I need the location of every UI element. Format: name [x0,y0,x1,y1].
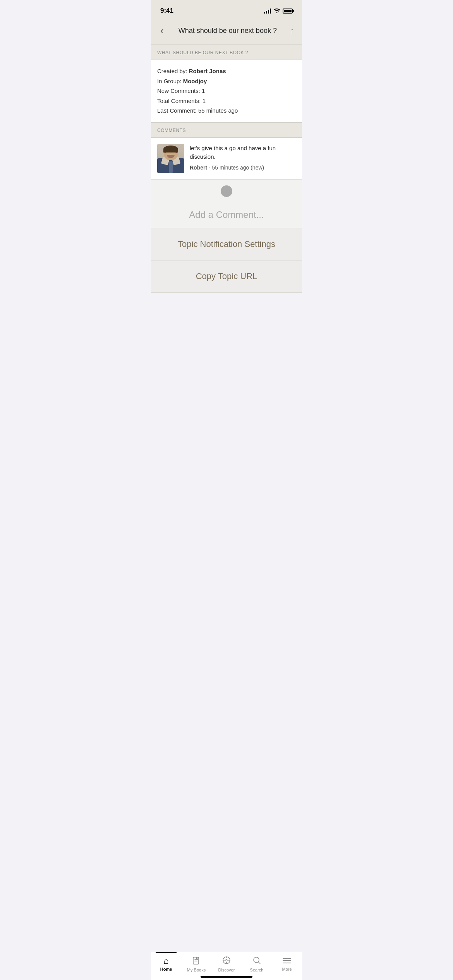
wifi-icon [273,8,280,14]
comments-label: COMMENTS [157,128,186,133]
in-group-value: Moodjoy [183,78,207,84]
copy-topic-url-button[interactable]: Copy Topic URL [151,260,302,293]
status-time: 9:41 [160,7,173,15]
comment-content: let's give this a go and have a fun disc… [190,144,296,171]
new-comments-value: 1 [202,87,205,94]
in-group-label: In Group: [157,78,183,84]
status-bar: 9:41 [151,0,302,19]
comment-author: Robert [190,164,207,171]
new-comments-label: New Comments: [157,87,202,94]
total-comments-value: 1 [202,98,206,104]
total-comments-line: Total Comments: 1 [157,96,296,106]
created-by-label: Created by: [157,68,189,74]
nav-title: What should be our next book ? [169,27,286,35]
nav-header: ‹ What should be our next book ? ↑ [151,19,302,45]
total-comments-label: Total Comments: [157,98,202,104]
avatar [157,144,184,173]
last-comment-value: 55 minutes ago [198,107,238,114]
divider-dot [221,185,232,197]
topic-details: Created by: Robert Jonas In Group: Moodj… [151,60,302,122]
upload-button[interactable]: ↑ [290,26,294,36]
status-icons [264,8,293,14]
back-button[interactable]: ‹ [159,23,165,38]
actions-section: Topic Notification Settings Copy Topic U… [151,228,302,293]
comments-section-header: COMMENTS [151,122,302,138]
notification-settings-button[interactable]: Topic Notification Settings [151,228,302,260]
comment-text: let's give this a go and have a fun disc… [190,144,296,161]
topic-section-header: WHAT SHOULD BE OUR NEXT BOOK ? [151,45,302,60]
battery-icon [283,9,293,14]
section-divider [151,180,302,202]
topic-section-label: WHAT SHOULD BE OUR NEXT BOOK ? [157,50,248,55]
new-comments-line: New Comments: 1 [157,86,296,96]
comment-meta: Robert - 55 minutes ago (new) [190,164,296,171]
comment-item: let's give this a go and have a fun disc… [151,138,302,180]
created-by-line: Created by: Robert Jonas [157,66,296,76]
created-by-value: Robert Jonas [189,68,226,74]
signal-icon [264,8,271,14]
comments-list: let's give this a go and have a fun disc… [151,138,302,180]
last-comment-label: Last Comment: [157,107,198,114]
add-comment-text: Add a Comment... [189,209,264,220]
in-group-line: In Group: Moodjoy [157,76,296,86]
last-comment-line: Last Comment: 55 minutes ago [157,106,296,116]
comment-time: - 55 minutes ago (new) [209,164,264,171]
add-comment-button[interactable]: Add a Comment... [151,202,302,228]
